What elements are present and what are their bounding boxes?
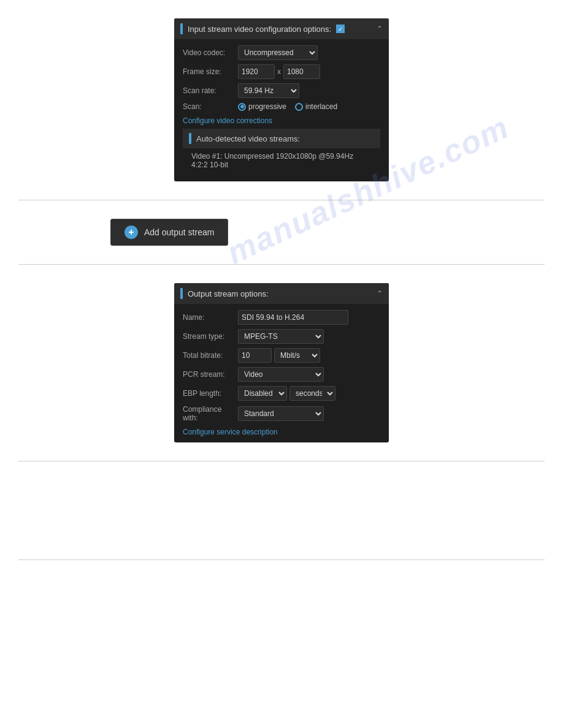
output-name-input[interactable] (238, 310, 348, 325)
page-wrapper: manualshhive.com Input stream video conf… (0, 0, 563, 728)
input-stream-title: Input stream video configuration options… (188, 25, 331, 34)
total-bitrate-label: Total bitrate: (183, 351, 238, 360)
x-separator: x (277, 67, 281, 76)
total-bitrate-row: Total bitrate: Mbit/s Kbit/s (183, 348, 380, 363)
interlaced-option[interactable]: interlaced (295, 102, 337, 111)
progressive-label: progressive (248, 102, 286, 111)
auto-detected-accent (189, 133, 191, 144)
ebp-unit-select[interactable]: seconds frames (289, 386, 335, 401)
scan-rate-select[interactable]: 59.94 Hz 50 Hz 29.97 Hz 25 Hz 23.98 Hz (238, 83, 299, 98)
output-stream-panel-header: Output stream options: ⌃ (174, 283, 389, 304)
output-panel-header-left: Output stream options: (180, 288, 269, 299)
ebp-length-row: EBP length: Disabled 1 2 3 seconds frame… (183, 386, 380, 401)
collapse-icon[interactable]: ⌃ (377, 25, 383, 33)
input-stream-panel: Input stream video configuration options… (174, 18, 389, 181)
bitrate-inputs: Mbit/s Kbit/s (238, 348, 320, 363)
stream-type-row: Stream type: MPEG-TS HLS RTMP UDP (183, 329, 380, 344)
frame-size-label: Frame size: (183, 67, 238, 76)
output-panel-accent-bar (180, 288, 183, 299)
output-stream-form-body: Name: Stream type: MPEG-TS HLS RTMP UDP … (174, 304, 389, 442)
configure-service-description-link[interactable]: Configure service description (183, 428, 278, 436)
stream-type-select[interactable]: MPEG-TS HLS RTMP UDP (238, 329, 324, 344)
video-codec-label: Video codec: (183, 48, 238, 57)
panel-header-left: Input stream video configuration options… (180, 23, 345, 34)
add-output-stream-button[interactable]: + Add output stream (110, 219, 228, 246)
ebp-length-label: EBP length: (183, 389, 238, 398)
pcr-stream-row: PCR stream: Video Audio None (183, 367, 380, 382)
auto-detected-header: Auto-detected video streams: (183, 129, 380, 148)
output-stream-panel: Output stream options: ⌃ Name: Stream ty… (174, 283, 389, 442)
auto-detected-content: Video #1: Uncompressed 1920x1080p @59.94… (183, 148, 380, 175)
progressive-option[interactable]: progressive (238, 102, 286, 111)
input-stream-panel-header: Input stream video configuration options… (174, 18, 389, 39)
divider-4 (18, 559, 545, 560)
add-output-btn-label: Add output stream (144, 227, 214, 237)
auto-detected-stream: Video #1: Uncompressed 1920x1080p @59.94… (191, 152, 353, 169)
compliance-row: Compliance with: Standard None ATSC (183, 405, 380, 422)
output-name-label: Name: (183, 313, 238, 322)
section-add-output: + Add output stream (0, 200, 563, 264)
input-stream-checkbox[interactable] (336, 25, 345, 33)
pcr-stream-select[interactable]: Video Audio None (238, 367, 324, 382)
auto-detected-title: Auto-detected video streams: (196, 134, 300, 143)
scan-row: Scan: progressive interlaced (183, 102, 380, 111)
progressive-radio[interactable] (238, 103, 246, 111)
compliance-label: Compliance with: (183, 405, 238, 422)
ebp-length-select[interactable]: Disabled 1 2 3 (238, 386, 287, 401)
scan-options: progressive interlaced (238, 102, 337, 111)
frame-width-input[interactable] (238, 64, 275, 79)
configure-video-corrections-link[interactable]: Configure video corrections (183, 116, 272, 125)
output-stream-title: Output stream options: (188, 289, 269, 298)
output-name-row: Name: (183, 310, 380, 325)
plus-icon: + (124, 226, 138, 239)
frame-height-input[interactable] (283, 64, 320, 79)
section-output-stream: Output stream options: ⌃ Name: Stream ty… (0, 265, 563, 461)
compliance-select[interactable]: Standard None ATSC (238, 406, 324, 421)
output-collapse-icon[interactable]: ⌃ (377, 289, 383, 298)
bitrate-value-input[interactable] (238, 348, 272, 363)
scan-rate-row: Scan rate: 59.94 Hz 50 Hz 29.97 Hz 25 Hz… (183, 83, 380, 98)
interlaced-label: interlaced (305, 102, 337, 111)
pcr-stream-label: PCR stream: (183, 370, 238, 379)
video-codec-row: Video codec: Uncompressed H.264 H.265 MP… (183, 45, 380, 60)
section-bottom (0, 461, 563, 559)
video-codec-select[interactable]: Uncompressed H.264 H.265 MPEG-2 (238, 45, 318, 60)
ebp-inputs: Disabled 1 2 3 seconds frames (238, 386, 335, 401)
interlaced-radio[interactable] (295, 103, 303, 111)
bitrate-unit-select[interactable]: Mbit/s Kbit/s (274, 348, 320, 363)
frame-size-row: Frame size: x (183, 64, 380, 79)
scan-rate-label: Scan rate: (183, 86, 238, 95)
frame-size-inputs: x (238, 64, 320, 79)
scan-label: Scan: (183, 102, 238, 111)
stream-type-label: Stream type: (183, 332, 238, 341)
section-input-stream: Input stream video configuration options… (0, 0, 563, 200)
panel-accent-bar (180, 23, 183, 34)
input-stream-form-body: Video codec: Uncompressed H.264 H.265 MP… (174, 39, 389, 181)
